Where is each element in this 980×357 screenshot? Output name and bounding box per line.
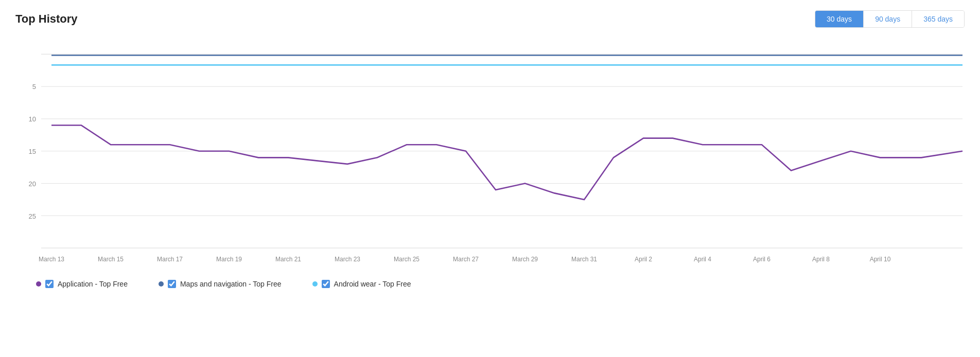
svg-text:March 21: March 21 — [275, 256, 301, 263]
svg-text:March 27: March 27 — [453, 256, 479, 263]
chart-legend: Application - Top Free Maps and navigati… — [15, 280, 965, 288]
svg-text:March 29: March 29 — [512, 256, 538, 263]
time-range-selector: 30 days 90 days 365 days — [815, 10, 965, 28]
btn-365days[interactable]: 365 days — [912, 11, 964, 27]
svg-text:March 19: March 19 — [216, 256, 242, 263]
svg-text:25: 25 — [29, 212, 36, 220]
svg-text:March 13: March 13 — [39, 256, 64, 263]
page-header: Top History 30 days 90 days 365 days — [15, 10, 965, 28]
legend-item-wear: Android wear - Top Free — [312, 280, 411, 288]
legend-checkbox-maps[interactable] — [168, 280, 176, 288]
btn-30days[interactable]: 30 days — [815, 11, 863, 27]
svg-text:March 31: March 31 — [571, 256, 597, 263]
page-title: Top History — [15, 12, 78, 26]
svg-text:March 23: March 23 — [335, 256, 360, 263]
svg-text:April 10: April 10 — [870, 256, 891, 263]
legend-checkbox-wear[interactable] — [322, 280, 330, 288]
legend-checkbox-application[interactable] — [45, 280, 54, 288]
svg-text:5: 5 — [32, 83, 36, 91]
chart-container: 5 10 15 20 25 March 13 March 15 March 17… — [15, 38, 965, 270]
svg-text:10: 10 — [29, 115, 36, 123]
series-application-top-free — [51, 126, 962, 200]
svg-text:April 4: April 4 — [694, 256, 711, 263]
legend-label-wear: Android wear - Top Free — [334, 280, 411, 288]
svg-text:15: 15 — [29, 148, 36, 155]
legend-dot-application — [36, 281, 41, 287]
legend-label-application: Application - Top Free — [58, 280, 128, 288]
svg-text:March 15: March 15 — [98, 256, 124, 263]
legend-item-application: Application - Top Free — [36, 280, 128, 288]
svg-text:April 2: April 2 — [635, 256, 652, 263]
legend-item-maps: Maps and navigation - Top Free — [159, 280, 282, 288]
legend-dot-wear — [312, 281, 318, 287]
svg-text:April 8: April 8 — [812, 256, 830, 263]
svg-text:April 6: April 6 — [753, 256, 771, 263]
legend-dot-maps — [159, 281, 164, 287]
btn-90days[interactable]: 90 days — [863, 11, 912, 27]
svg-text:20: 20 — [29, 180, 36, 188]
legend-label-maps: Maps and navigation - Top Free — [180, 280, 282, 288]
svg-text:March 25: March 25 — [394, 256, 419, 263]
svg-text:March 17: March 17 — [157, 256, 183, 263]
chart-svg: 5 10 15 20 25 March 13 March 15 March 17… — [15, 38, 965, 270]
